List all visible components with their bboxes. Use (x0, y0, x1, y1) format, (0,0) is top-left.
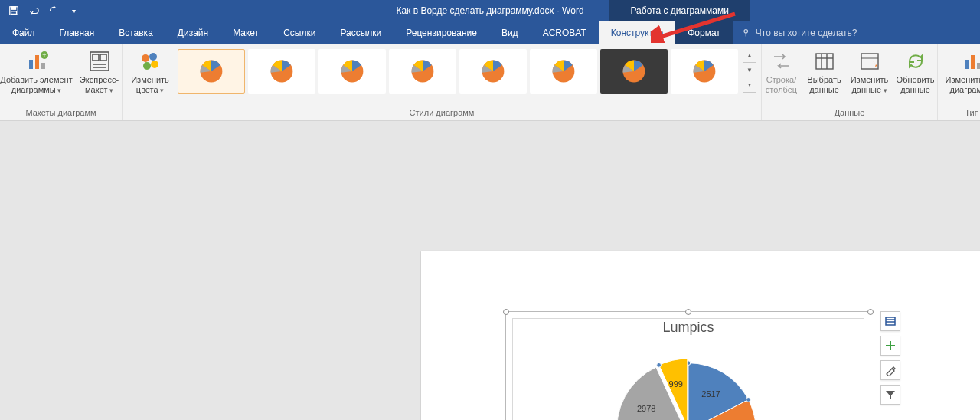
add-chart-element-label: Добавить элемент диаграммы (0, 75, 74, 94)
selection-handle[interactable] (685, 309, 691, 315)
tab-рецензирование[interactable]: Рецензирование (394, 21, 489, 44)
quick-layout-icon (87, 49, 112, 74)
tab-вставка[interactable]: Вставка (106, 21, 165, 44)
pie-chart[interactable]: 251779622978999 (616, 359, 760, 420)
svg-rect-7 (35, 55, 39, 69)
document-canvas[interactable]: Lumpics 251779622978999 1234 (0, 121, 980, 420)
pie-data-label[interactable]: 2978 (637, 404, 655, 413)
tell-me-search[interactable]: Что вы хотите сделать? (742, 21, 858, 44)
chart-style-gallery (176, 48, 740, 95)
switch-row-column-icon (769, 49, 794, 74)
pie-data-label[interactable]: 2517 (701, 389, 720, 399)
tab-ссылки[interactable]: Ссылки (271, 21, 328, 44)
group-data: Строка/ столбец Выбрать данные Изменить … (762, 44, 938, 120)
edit-data-button[interactable]: Изменить данные (848, 48, 891, 94)
chart-style-4[interactable] (389, 49, 456, 94)
ribbon: + Добавить элемент диаграммы Экспресс-ма… (0, 44, 980, 121)
svg-text:+: + (42, 51, 46, 59)
chart-filters-button[interactable] (880, 385, 900, 405)
svg-point-40 (657, 363, 662, 367)
refresh-data-icon (903, 49, 928, 74)
gallery-more-button[interactable]: ▾ (743, 77, 756, 92)
chart-style-5[interactable] (459, 49, 527, 94)
change-colors-button[interactable]: Изменить цвета (127, 48, 173, 94)
gallery-scroll-down-button[interactable]: ▼ (743, 63, 756, 77)
change-chart-type-label: Изменить тип диаграммы (942, 75, 981, 94)
tab-файл[interactable]: Файл (0, 21, 47, 44)
tab-рассылки[interactable]: Рассылки (328, 21, 394, 44)
group-type-label: Тип (942, 107, 980, 119)
pie-data-label[interactable]: 999 (669, 379, 683, 389)
switch-row-column-label: Строка/ столбец (763, 75, 801, 94)
undo-button[interactable] (24, 2, 43, 19)
selection-handle[interactable] (867, 309, 874, 315)
group-data-label: Данные (766, 107, 933, 119)
group-chart-layouts: + Добавить элемент диаграммы Экспресс-ма… (0, 44, 122, 120)
layout-options-button[interactable] (880, 311, 900, 331)
group-chart-styles: Изменить цвета ▲ ▼ ▾ Стили диаграмм (122, 44, 762, 120)
group-type: Изменить тип диаграммы Тип (938, 44, 980, 120)
chart-style-8[interactable] (671, 49, 738, 94)
svg-rect-6 (29, 60, 33, 69)
document-title: Как в Ворде сделать диаграмму.docx - Wor… (0, 5, 980, 16)
svg-rect-35 (971, 55, 975, 69)
selection-handle[interactable] (503, 309, 509, 315)
switch-row-column-button[interactable]: Строка/ столбец (763, 48, 801, 94)
refresh-data-label: Обновить данные (894, 75, 937, 94)
add-chart-element-icon: + (24, 49, 49, 74)
svg-point-16 (142, 54, 149, 62)
tab-формат[interactable]: Формат (675, 21, 733, 44)
tab-макет[interactable]: Макет (220, 21, 271, 44)
chart-object[interactable]: Lumpics 251779622978999 1234 (505, 311, 871, 420)
svg-rect-8 (41, 63, 45, 69)
gallery-scroll-up-button[interactable]: ▲ (743, 48, 756, 63)
save-button[interactable] (5, 2, 23, 19)
chart-style-7[interactable] (600, 49, 668, 94)
select-data-button[interactable]: Выбрать данные (804, 48, 845, 94)
svg-rect-34 (965, 60, 969, 69)
group-styles-label: Стили диаграмм (127, 107, 756, 119)
chart-style-1[interactable] (178, 49, 245, 94)
edit-data-label: Изменить данные (848, 75, 891, 94)
chart-style-3[interactable] (318, 49, 386, 94)
svg-rect-36 (977, 63, 981, 69)
change-colors-icon (138, 49, 162, 74)
svg-point-4 (744, 30, 748, 34)
quick-layout-label: Экспресс-макет (77, 75, 122, 94)
select-data-label: Выбрать данные (804, 75, 845, 94)
svg-rect-1 (11, 7, 15, 10)
gallery-scroll: ▲ ▼ ▾ (743, 48, 756, 93)
svg-rect-13 (100, 54, 106, 61)
chart-styles-button[interactable] (880, 360, 900, 380)
chart-flyout-buttons (880, 311, 900, 405)
chart-elements-button[interactable] (880, 336, 900, 356)
tab-дизайн[interactable]: Дизайн (165, 21, 220, 44)
svg-rect-12 (93, 54, 99, 61)
contextual-tab-title: Работа с диаграммами (609, 0, 751, 21)
chart-style-6[interactable] (530, 49, 597, 94)
select-data-icon (812, 49, 837, 74)
svg-rect-42 (886, 317, 895, 325)
redo-button[interactable] (44, 2, 63, 19)
svg-rect-2 (11, 11, 17, 15)
svg-point-38 (746, 398, 751, 402)
svg-point-19 (151, 61, 158, 68)
chart-style-2[interactable] (248, 49, 315, 94)
quick-layout-button[interactable]: Экспресс-макет (77, 48, 122, 94)
qat-customize-icon[interactable]: ▾ (64, 2, 83, 19)
tab-главная[interactable]: Главная (47, 21, 107, 44)
tab-конструктор[interactable]: Конструктор (599, 21, 675, 44)
svg-rect-28 (816, 54, 833, 69)
add-chart-element-button[interactable]: + Добавить элемент диаграммы (0, 48, 74, 94)
refresh-data-button[interactable]: Обновить данные (894, 48, 937, 94)
svg-point-17 (149, 53, 157, 61)
tab-acrobat[interactable]: ACROBAT (531, 21, 599, 44)
ribbon-tabs: ФайлГлавнаяВставкаДизайнМакетСсылкиРассы… (0, 21, 980, 44)
change-chart-type-button[interactable]: Изменить тип диаграммы (942, 48, 981, 94)
group-layouts-label: Макеты диаграмм (5, 107, 117, 119)
edit-data-icon (858, 49, 882, 74)
change-chart-type-icon (960, 49, 981, 74)
tab-вид[interactable]: Вид (489, 21, 531, 44)
svg-point-18 (143, 62, 151, 70)
title-bar: ▾ Как в Ворде сделать диаграмму.docx - W… (0, 0, 980, 21)
